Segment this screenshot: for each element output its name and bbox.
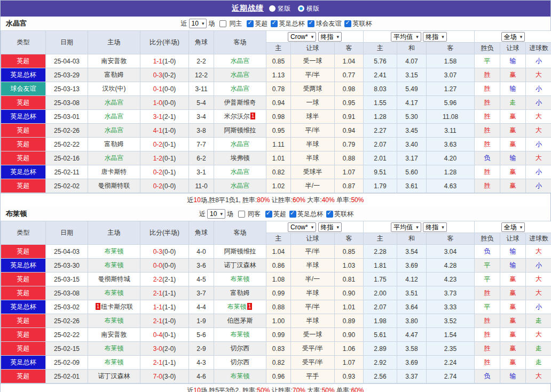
summary-segment: 60% [351, 387, 364, 392]
result-goals: 小 [526, 54, 551, 68]
ah-line: 受平/半 [291, 356, 335, 370]
away-team: 切尔西 [214, 342, 266, 356]
league-filter-checkbox[interactable]: ✓ [289, 211, 296, 218]
ah-home-odds: 0.98 [266, 110, 291, 124]
home-team: 南安普敦 [88, 328, 140, 342]
avg-home-odds: 2.41 [364, 68, 397, 82]
ah-column-header: 主 [266, 43, 291, 54]
result-goals: 大 [526, 370, 551, 383]
league-filter-checkbox[interactable]: ✓ [271, 20, 278, 27]
full-time-score: 4-1 [153, 127, 162, 134]
avg-home-odds: 1.75 [364, 273, 397, 286]
match-scope-select[interactable]: 全场▾ [501, 222, 525, 232]
near-label: 近 [181, 19, 187, 28]
corners: 3-11 [189, 82, 214, 96]
avg-draw-odds: 5.49 [397, 82, 427, 96]
odds-company-select[interactable]: Crow*▾ [288, 32, 316, 42]
chevron-down-icon: ▾ [311, 33, 314, 41]
home-team-name: 布莱顿 [105, 261, 124, 269]
ah-away-odds: 0.91 [335, 110, 364, 124]
odds-company-select[interactable]: Crow*▾ [288, 222, 316, 232]
result-handicap: 赢 [500, 273, 526, 286]
radio-icon[interactable] [269, 5, 276, 12]
home-team-name: 布莱顿 [105, 358, 124, 366]
radio-icon[interactable] [298, 5, 304, 12]
radio-vertical-layout[interactable]: 竖版 [269, 4, 290, 13]
avg-draw-odds: 4.47 [397, 328, 427, 342]
home-team-name: 水晶宫 [105, 113, 124, 120]
score-cell: 1-1(1-1) [140, 300, 189, 314]
corners: 3-7 [189, 286, 214, 300]
result-goals: 小 [526, 96, 551, 110]
corners: 1-9 [189, 314, 214, 328]
radio-horizontal-layout[interactable]: 横版 [298, 4, 319, 13]
summary-segment: 单率: [335, 387, 351, 392]
full-time-score: 2-2 [153, 276, 162, 283]
match-row: 球会友谊25-03-13汉坎(中)0-1(0-0)3-11水晶宫0.78受两球0… [1, 82, 551, 96]
chevron-down-icon: ▾ [220, 210, 223, 218]
ah-line: 半球 [291, 286, 335, 300]
home-team-name: 水晶宫 [105, 126, 124, 134]
recent-count-select[interactable]: 10▾ [189, 19, 207, 28]
full-time-score: 0-2 [153, 141, 162, 148]
league-filter-label: 英足总杯 [297, 210, 323, 219]
odds-stage-select[interactable]: 终指▾ [318, 222, 342, 232]
avg-away-odds: 4.23 [427, 273, 475, 286]
ah-home-odds: 0.83 [266, 342, 291, 356]
result-win-draw-loss: 平 [475, 273, 500, 286]
match-scope-select[interactable]: 全场▾ [501, 32, 525, 42]
recent-count-select[interactable]: 10▾ [207, 209, 225, 219]
home-team-name: 南安普敦 [101, 331, 127, 338]
away-team: 水晶宫 [214, 138, 266, 151]
home-team: 水晶宫 [88, 151, 140, 165]
home-team-name: 水晶宫 [105, 99, 124, 106]
page-title: 近期战绩 [232, 4, 264, 13]
half-time-score: (0-0) [162, 248, 176, 255]
check-icon: ✓ [271, 19, 276, 26]
odds-stage-select[interactable]: 终指▾ [318, 32, 342, 42]
chevron-down-icon: ▾ [520, 33, 523, 41]
column-header: 角球 [189, 31, 214, 54]
score-cell: 2-1(1-0) [140, 314, 189, 328]
odds-company-select-value: Crow* [290, 223, 308, 231]
result-handicap: 赢 [500, 286, 526, 300]
score-cell: 0-2(0-0) [140, 179, 189, 193]
league-filter-checkbox[interactable]: ✓ [308, 20, 314, 27]
home-team-name: 布莱顿 [105, 317, 124, 324]
home-team: 曼彻斯特联 [88, 179, 140, 193]
league-filter-checkbox[interactable]: ✓ [265, 211, 272, 218]
full-time-score: 1-1 [153, 303, 162, 311]
avg-draw-odds: 5.60 [397, 165, 427, 179]
avg-home-odds: 2.28 [364, 245, 397, 259]
team-name: 水晶宫 [6, 19, 27, 28]
half-time-score: (0-1) [162, 331, 176, 339]
league-filter-checkbox[interactable]: ✓ [247, 20, 254, 27]
league-filter-checkbox[interactable]: ✓ [326, 211, 333, 218]
score-cell: 0-3(0-0) [140, 245, 189, 259]
ah-away-odds: 1.06 [335, 342, 364, 356]
avg-company-select[interactable]: 平均值▾ [391, 32, 421, 42]
match-date: 25-03-08 [46, 96, 88, 110]
full-time-score: 3-1 [153, 113, 162, 121]
ah-home-odds: 0.99 [266, 328, 291, 342]
score-cell: 2-1(1-1) [140, 356, 189, 370]
result-win-draw-loss: 胜 [475, 179, 500, 193]
avg-draw-odds: 3.69 [397, 259, 427, 273]
summary-segment: 10 [194, 387, 201, 392]
same-venue-checkbox[interactable] [219, 20, 226, 27]
avg-company-select[interactable]: 平均值▾ [391, 222, 421, 232]
ah-away-odds: 0.81 [335, 273, 364, 286]
summary-segment: 近 [187, 196, 194, 204]
check-icon: ✓ [247, 19, 252, 26]
same-venue-checkbox[interactable] [238, 211, 245, 218]
ah-home-odds: 1.01 [266, 151, 291, 165]
match-date: 25-03-08 [46, 286, 88, 300]
avg-draw-odds: 3.80 [397, 314, 427, 328]
avg-stage-select[interactable]: 终指▾ [423, 32, 447, 42]
score-cell: 0-1(0-0) [140, 82, 189, 96]
match-row: 英足总杯25-02-09布莱顿2-1(1-1)4-3切尔西0.82受平/半1.0… [1, 356, 551, 370]
home-team-name: 布莱顿 [105, 345, 124, 352]
score-cell: 0-3(0-2) [140, 68, 189, 82]
avg-stage-select[interactable]: 终指▾ [423, 222, 447, 232]
league-filter-checkbox[interactable]: ✓ [344, 20, 351, 27]
